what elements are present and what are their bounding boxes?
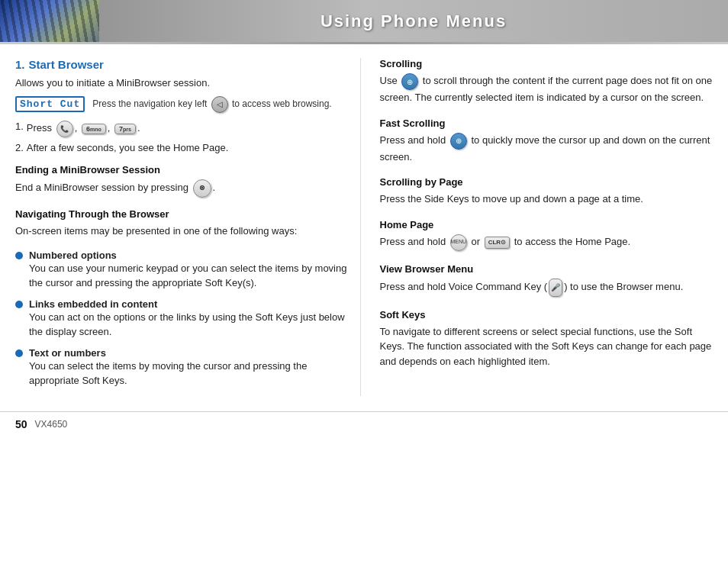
bullet-dot-2 — [15, 301, 23, 308]
key-6: 6mno — [82, 124, 106, 134]
bullet-2-desc: You can act on the options or the links … — [29, 310, 349, 340]
step-2: 2. After a few seconds, you see the Home… — [15, 142, 349, 153]
bullet-list: Numbered options You can use your numeri… — [15, 250, 349, 388]
scroll-key: ⊕ — [401, 73, 418, 90]
soft-keys-text: To navigate to different screens or sele… — [380, 324, 714, 369]
browser-menu-heading: View Browser Menu — [380, 263, 714, 275]
right-column: Scrolling Use ⊕ to scroll through the co… — [376, 58, 714, 396]
page-header: Using Phone Menus — [0, 0, 728, 42]
scroll-page-section: Scrolling by Page Press the Side Keys to… — [380, 176, 714, 207]
soft-keys-heading: Soft Keys — [380, 309, 714, 320]
section-number: 1. — [15, 58, 25, 71]
menu-key: MENU — [450, 234, 467, 251]
browser-menu-section: View Browser Menu Press and hold Voice C… — [380, 263, 714, 297]
bullet-1-desc: You can use your numeric keypad or you c… — [29, 261, 349, 291]
voice-key: 🎤 — [549, 279, 562, 297]
ending-section: Ending a MiniBrowser Session End a MiniB… — [15, 164, 349, 198]
model-number: VX4650 — [35, 419, 68, 430]
step-1: 1. Press 📞, 6mno, 7prs. — [15, 121, 349, 137]
bullet-2-title: Links embedded in content — [29, 298, 349, 310]
bullet-dot-3 — [15, 349, 23, 357]
bullet-links: Links embedded in content You can act on… — [15, 298, 349, 340]
bullet-3-title: Text or numbers — [29, 347, 349, 359]
scrolling-section: Scrolling Use ⊕ to scroll through the co… — [380, 58, 714, 105]
home-page-section: Home Page Press and hold MENU or CLR⊙ to… — [380, 219, 714, 251]
bullet-text: Text or numbers You can select the items… — [15, 347, 349, 388]
ending-text: End a MiniBrowser session by pressing ⊗. — [15, 179, 349, 198]
header-image — [0, 0, 99, 42]
key-7: 7prs — [114, 124, 136, 134]
bullet-3-desc: You can select the items by moving the c… — [29, 359, 349, 388]
section-heading: 1. Start Browser — [15, 58, 349, 71]
scrolling-heading: Scrolling — [380, 58, 714, 69]
nav-left-key: ◁ — [211, 96, 228, 113]
fast-scroll-key: ⊕ — [450, 133, 467, 150]
scroll-page-text: Press the Side Keys to move up and down … — [380, 192, 714, 207]
left-column: 1. Start Browser Allows you to initiate … — [15, 58, 361, 396]
main-content: 1. Start Browser Allows you to initiate … — [0, 44, 728, 404]
page-number: 50 — [15, 418, 27, 430]
clr-key: CLR⊙ — [485, 237, 510, 249]
soft-keys-section: Soft Keys To navigate to different scree… — [380, 309, 714, 369]
steps-list: 1. Press 📞, 6mno, 7prs. 2. After a few s… — [15, 121, 349, 153]
shortcut-label: Short Cut — [15, 96, 85, 112]
intro-text: Allows you to initiate a MiniBrowser ses… — [15, 77, 349, 89]
fast-scrolling-text: Press and hold ⊕ to quickly move the cur… — [380, 133, 714, 165]
key-phone: 📞 — [56, 121, 73, 137]
ending-heading: Ending a MiniBrowser Session — [15, 164, 349, 176]
fast-scrolling-heading: Fast Scrolling — [380, 118, 714, 129]
step-2-text: After a few seconds, you see the Home Pa… — [27, 142, 228, 153]
navigating-section: Navigating Through the Browser On-screen… — [15, 208, 349, 239]
bullet-1-title: Numbered options — [29, 250, 349, 261]
shortcut-row: Short Cut Press the navigation key left … — [15, 96, 349, 113]
fast-scrolling-section: Fast Scrolling Press and hold ⊕ to quick… — [380, 118, 714, 165]
section-title: Start Browser — [29, 58, 104, 71]
browser-menu-text: Press and hold Voice Command Key (🎤) to … — [380, 279, 714, 297]
shortcut-text: Press the navigation key left ◁ to acces… — [92, 96, 331, 113]
scrolling-text: Use ⊕ to scroll through the content if t… — [380, 73, 714, 105]
end-key: ⊗ — [193, 179, 211, 198]
home-page-text: Press and hold MENU or CLR⊙ to access th… — [380, 234, 714, 251]
page-footer: 50 VX4650 — [0, 411, 728, 436]
bullet-numbered: Numbered options You can use your numeri… — [15, 250, 349, 291]
navigating-heading: Navigating Through the Browser — [15, 208, 349, 220]
bullet-dot-1 — [15, 252, 23, 259]
navigating-text: On-screen items may be presented in one … — [15, 224, 349, 239]
home-page-heading: Home Page — [380, 219, 714, 230]
scroll-page-heading: Scrolling by Page — [380, 176, 714, 188]
page-title: Using Phone Menus — [99, 11, 728, 31]
